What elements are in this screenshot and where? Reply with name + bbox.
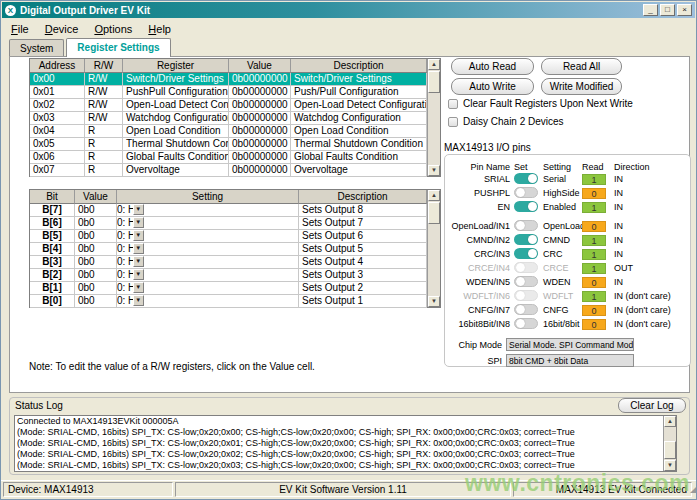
pin-toggle[interactable] [514,173,538,184]
bit-cell-bit: B[6] [30,217,75,230]
tab-system[interactable]: System [9,39,64,56]
read-all-button[interactable]: Read All [541,58,622,75]
bit-table-scrollbar[interactable]: ▲ ▼ [427,190,440,307]
bit-row: B[7]0b00: HiZ▼Sets Output 8 [30,204,427,217]
io-pin-row: CNFG/IN7CNFG0IN (don't care) [444,303,684,317]
scroll-up-icon[interactable]: ▲ [664,416,676,427]
minimize-button[interactable]: _ [643,4,658,16]
scroll-down-icon[interactable]: ▼ [664,460,676,471]
pin-toggle[interactable] [514,201,538,212]
chevron-down-icon[interactable]: ▼ [133,295,144,306]
log-scrollbar[interactable]: ▲ ▼ [663,416,676,471]
title-bar[interactable]: X Digital Output Driver EV Kit _ □ × [2,2,695,18]
scrollbar-thumb[interactable] [428,202,440,224]
io-pin-row: WDFLT/IN6WDFLT1IN (don't care) [444,289,684,303]
chevron-down-icon[interactable]: ▼ [133,217,144,228]
daisy-chain-checkbox-row[interactable]: Daisy Chain 2 Devices [448,116,564,127]
pin-read-badge: 1 [582,263,606,274]
setting-dropdown[interactable]: 0: HiZ▼ [117,295,144,306]
scrollbar-thumb[interactable] [664,441,676,459]
menu-options[interactable]: Options [86,22,140,36]
scroll-up-icon[interactable]: ▲ [428,190,440,201]
menu-device[interactable]: Device [37,22,87,36]
register-cell-value[interactable]: 0b00000000 [229,73,291,86]
menu-file[interactable]: File [3,22,37,36]
setting-dropdown[interactable]: 0: HiZ▼ [117,230,144,241]
register-cell-register: Open Load Condition [123,125,229,138]
clear-log-button[interactable]: Clear Log [618,398,686,413]
setting-dropdown[interactable]: 0: HiZ▼ [117,217,144,228]
pin-direction-label: IN [614,221,623,231]
register-row[interactable]: 0x06RGlobal Faults Condition0b00000000Gl… [30,151,427,164]
toggle-knob [528,249,537,258]
daisy-chain-checkbox-label: Daisy Chain 2 Devices [463,116,564,127]
chevron-down-icon[interactable]: ▼ [133,282,144,293]
scroll-up-icon[interactable]: ▲ [428,59,440,70]
register-row[interactable]: 0x01R/WPushPull Configuration0b00000000P… [30,86,427,99]
register-row[interactable]: 0x05RThermal Shutdown Con...0b00000000Th… [30,138,427,151]
chevron-down-icon[interactable]: ▼ [133,230,144,241]
pin-toggle[interactable] [514,318,538,329]
io-pin-row: CRC/IN3CRC1IN [444,247,684,261]
setting-dropdown[interactable]: 0: HiZ▼ [117,282,144,293]
register-cell-value[interactable]: 0b00000000 [229,125,291,138]
register-cell-description: Open-Load Detect Configuration [291,99,427,112]
register-cell-value[interactable]: 0b00000000 [229,164,291,177]
setting-dropdown[interactable]: 0: HiZ▼ [117,204,144,215]
io-pin-row: 16bit8Bit/IN816bit/8bit0IN (don't care) [444,317,684,331]
pin-toggle[interactable] [514,248,538,259]
close-button[interactable]: × [677,4,692,16]
chevron-down-icon[interactable]: ▼ [133,243,144,254]
app-window: { "window": { "title": "Digital Output D… [0,0,697,500]
register-table-scrollbar[interactable]: ▲ ▼ [427,59,440,176]
chevron-down-icon[interactable]: ▼ [133,204,144,215]
maximize-button[interactable]: □ [660,4,675,16]
pin-direction-label: IN [614,277,623,287]
pin-toggle[interactable] [514,234,538,245]
scroll-down-icon[interactable]: ▼ [428,296,440,307]
chip-mode-label: Chip Mode [444,340,502,350]
register-cell-description: Open Load Condition [291,125,427,138]
register-cell-value[interactable]: 0b00000000 [229,99,291,112]
register-cell-address: 0x03 [30,112,85,125]
auto-read-button[interactable]: Auto Read [451,58,534,75]
pin-direction-label: IN [614,188,623,198]
register-cell-value[interactable]: 0b00000000 [229,112,291,125]
register-cell-value[interactable]: 0b00000000 [229,86,291,99]
tab-register-settings[interactable]: Register Settings [66,38,170,57]
pin-read-cell: 1 [582,249,606,260]
register-cell-address: 0x04 [30,125,85,138]
chevron-down-icon[interactable]: ▼ [133,269,144,280]
register-cell-value[interactable]: 0b00000000 [229,138,291,151]
bit-cell-description: Sets Output 1 [299,295,427,308]
register-row[interactable]: 0x02R/WOpen-Load Detect Confi...0b000000… [30,99,427,112]
clear-fault-checkbox-row[interactable]: Clear Fault Registers Upon Next Write [448,98,633,109]
setting-dropdown[interactable]: 0: HiZ▼ [117,269,144,280]
pin-toggle[interactable] [514,187,538,198]
checkbox-icon[interactable] [448,99,458,109]
scroll-down-icon[interactable]: ▼ [428,165,440,176]
chevron-down-icon[interactable]: ▼ [133,256,144,267]
checkbox-icon[interactable] [448,117,458,127]
register-row[interactable]: 0x07ROvervoltage0b00000000Overvoltage [30,164,427,177]
bit-cell-setting: 0: HiZ▼ [117,295,299,308]
setting-dropdown[interactable]: 0: HiZ▼ [117,256,144,267]
pin-toggle[interactable] [514,220,538,231]
pin-read-cell: 1 [582,202,606,213]
register-row[interactable]: 0x03R/WWatchdog Configuration0b00000000W… [30,112,427,125]
status-log-area[interactable]: Connected to MAX14913EVKit 000005A(Mode:… [14,415,677,472]
menu-help[interactable]: Help [140,22,179,36]
pin-toggle[interactable] [514,276,538,287]
io-pin-row: WDEN/IN5WDEN0IN [444,275,684,289]
setting-dropdown[interactable]: 0: HiZ▼ [117,243,144,254]
auto-write-button[interactable]: Auto Write [451,78,534,95]
bit-table: Bit Value Setting Description B[7]0b00: … [29,189,441,308]
register-row[interactable]: 0x04ROpen Load Condition0b00000000Open L… [30,125,427,138]
scrollbar-thumb[interactable] [428,71,440,93]
pin-toggle[interactable] [514,304,538,315]
resize-grip[interactable]: ◢ [690,484,697,494]
register-cell-value[interactable]: 0b00000000 [229,151,291,164]
write-modified-button[interactable]: Write Modified [541,78,622,95]
col-rw: R/W [85,59,123,73]
register-row[interactable]: 0x00R/WSwitch/Driver Settings0b00000000S… [30,73,427,86]
